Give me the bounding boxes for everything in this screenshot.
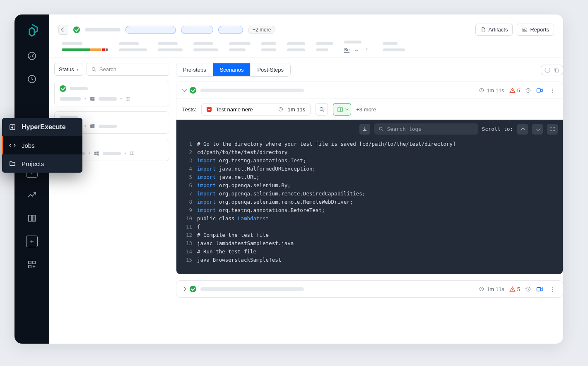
duration-text: 1m 11s	[487, 286, 504, 292]
svg-point-7	[92, 67, 95, 70]
svg-rect-4	[29, 261, 31, 264]
download-icon[interactable]	[359, 124, 370, 135]
scroll-to-label: Scroll to:	[482, 126, 513, 132]
search-icon[interactable]	[316, 103, 328, 116]
back-button[interactable]	[58, 25, 68, 35]
stats-row: Se	[49, 41, 563, 58]
title-skeleton	[85, 28, 120, 31]
flyout-item-projects[interactable]: Projects	[2, 154, 82, 173]
scenario-panel: 1m 11s 5 ⋮ Tests:	[176, 82, 563, 274]
svg-point-13	[320, 107, 323, 111]
test-duration: 1m 11s	[288, 106, 306, 113]
svg-rect-2	[29, 215, 31, 222]
sidebar-flyout: HyperExecute Jobs Projects	[2, 118, 82, 173]
svg-rect-3	[32, 215, 35, 222]
flyout-title: HyperExecute	[2, 118, 82, 136]
more-tests[interactable]: +3 more	[356, 106, 376, 113]
filter-pill[interactable]	[181, 26, 213, 34]
spinner-icon	[545, 67, 550, 73]
logo-icon[interactable]	[24, 23, 40, 39]
gauge-icon[interactable]	[26, 50, 38, 62]
clock-icon	[479, 286, 484, 292]
sidebar	[14, 14, 49, 344]
test-name: Test name here	[216, 106, 253, 113]
expand-icon[interactable]	[181, 287, 186, 291]
svg-point-15	[379, 127, 382, 130]
progress-bar	[62, 48, 108, 51]
scenario-panel-collapsed: 1m 11s 5 ⋮	[176, 280, 563, 298]
selenium-icon: Se	[344, 47, 349, 53]
clock-icon	[479, 87, 484, 93]
tab-scenarios[interactable]: Scenarios	[213, 63, 251, 76]
bars-icon	[364, 47, 369, 53]
history-icon[interactable]	[525, 286, 531, 292]
svg-rect-11	[537, 89, 540, 92]
search-input[interactable]: Search	[87, 63, 169, 76]
log-search-input[interactable]: Search logs	[374, 123, 478, 135]
warning-icon	[509, 286, 516, 292]
view-tools	[541, 65, 563, 75]
status-success-icon	[73, 26, 80, 33]
more-filters-chip[interactable]: +2 more	[248, 26, 275, 34]
scroll-up-icon[interactable]	[517, 124, 528, 135]
duration-text: 1m 11s	[487, 87, 504, 94]
fullscreen-icon[interactable]	[547, 124, 558, 135]
kebab-menu-icon[interactable]: ⋮	[548, 286, 557, 292]
filter-pill[interactable]	[218, 26, 243, 34]
warning-icon	[509, 87, 516, 94]
svg-rect-5	[29, 265, 31, 268]
arc-icon	[354, 47, 359, 53]
main-content: +2 more Artifacts Reports	[49, 14, 563, 344]
video-icon[interactable]	[536, 87, 543, 94]
copy-icon[interactable]	[554, 67, 559, 73]
flyout-item-jobs[interactable]: Jobs	[2, 136, 82, 154]
scroll-down-icon[interactable]	[532, 124, 543, 135]
warn-count: 5	[517, 286, 520, 292]
artifacts-button[interactable]: Artifacts	[475, 24, 513, 36]
svg-rect-14	[338, 108, 342, 111]
windows-icon	[89, 123, 95, 129]
clock-icon	[278, 106, 284, 112]
svg-rect-17	[537, 287, 540, 291]
status-success-icon	[190, 87, 196, 94]
scenarios-sidebar: Status ▾ Search • •	[49, 58, 169, 344]
scenario-card[interactable]: • •	[54, 81, 169, 106]
tests-label: Tests:	[182, 106, 196, 113]
reports-button[interactable]: Reports	[517, 24, 554, 36]
app-window: +2 more Artifacts Reports	[14, 14, 563, 344]
book-icon	[129, 151, 135, 157]
details-panel: Pre-steps Scenarios Post-Steps	[169, 58, 563, 344]
trend-icon[interactable]	[26, 189, 38, 201]
fail-icon	[207, 107, 212, 112]
book-icon	[125, 96, 131, 102]
windows-icon	[89, 96, 95, 102]
status-success-icon	[60, 85, 66, 92]
svg-rect-9	[556, 69, 558, 72]
kebab-menu-icon[interactable]: ⋮	[548, 87, 557, 94]
topbar: +2 more Artifacts Reports	[49, 14, 563, 41]
plus-box-icon[interactable]	[26, 236, 38, 247]
status-dropdown[interactable]: Status ▾	[54, 63, 83, 76]
video-icon[interactable]	[536, 286, 543, 292]
collapse-icon[interactable]	[182, 87, 187, 92]
svg-rect-6	[33, 261, 35, 264]
clock-icon[interactable]	[26, 73, 38, 85]
status-success-icon	[190, 286, 196, 292]
panels-icon[interactable]	[26, 212, 38, 224]
grid-plus-icon[interactable]	[26, 259, 38, 270]
test-chip[interactable]: Test name here 1m 11s	[201, 104, 311, 116]
warn-count: 5	[517, 87, 520, 94]
history-icon[interactable]	[525, 87, 531, 94]
filter-pill[interactable]	[125, 26, 176, 34]
work-area: Status ▾ Search • •	[49, 58, 563, 344]
tab-pre-steps[interactable]: Pre-steps	[176, 63, 213, 76]
tab-post-steps[interactable]: Post-Steps	[250, 63, 290, 76]
tabs: Pre-steps Scenarios Post-Steps	[176, 63, 291, 77]
windows-icon	[94, 151, 99, 157]
side-panel-toggle[interactable]	[333, 103, 351, 116]
code-viewer: Search logs Scroll to: 1# Go to the dire…	[176, 120, 563, 274]
